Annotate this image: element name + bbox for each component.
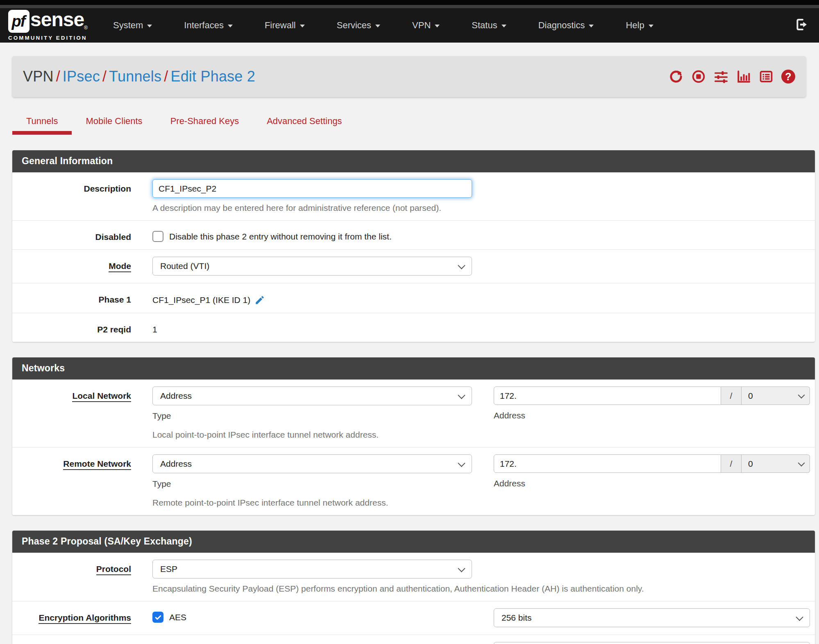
menu-services[interactable]: Services [337, 20, 380, 31]
protocol-help: Encapsulating Security Payload (ESP) per… [152, 584, 809, 594]
breadcrumb-link-ipsec[interactable]: IPsec [63, 68, 100, 85]
row-encryption-aes128gcm: AES128-GCM Auto [12, 635, 815, 644]
disabled-label: Disabled [95, 232, 131, 242]
disabled-checkbox-label: Disable this phase 2 entry without remov… [169, 232, 392, 242]
protocol-select[interactable]: ESP [152, 560, 472, 578]
aes128gcm-keylen-select[interactable]: Auto [494, 642, 810, 644]
row-protocol: Protocol ESP Encapsulating Security Payl… [12, 553, 815, 601]
remote-network-address-sublabel: Address [494, 479, 810, 488]
tab-pre-shared-keys[interactable]: Pre-Shared Keys [157, 116, 253, 135]
chevron-down-icon [458, 391, 465, 399]
panel-title: Networks [12, 357, 815, 380]
pfsense-logo-brand: sense [30, 10, 84, 29]
row-description: Description A description may be entered… [12, 172, 815, 221]
chevron-down-icon [300, 25, 305, 27]
description-help: A description may be entered here for ad… [152, 203, 809, 213]
chevron-down-icon [458, 565, 465, 572]
pfsense-logo[interactable]: pf sense ® COMMUNITY EDITION [8, 10, 88, 41]
breadcrumb-separator: / [100, 68, 109, 85]
remote-network-address-input[interactable] [494, 454, 721, 473]
panel-title: Phase 2 Proposal (SA/Key Exchange) [12, 531, 815, 553]
mode-select[interactable]: Routed (VTI) [152, 257, 472, 276]
log-icon[interactable] [759, 69, 774, 84]
window-top-strip [0, 0, 819, 5]
aes-checkbox-row: AES [152, 608, 472, 623]
remote-network-type-select[interactable]: Address [152, 454, 472, 473]
chevron-down-icon [435, 25, 440, 27]
panel-title: General Information [12, 150, 815, 172]
chevron-down-icon [228, 25, 233, 27]
chevron-down-icon [458, 459, 465, 467]
remote-network-help: Remote point-to-point IPsec interface tu… [152, 498, 810, 508]
description-input[interactable] [152, 179, 472, 198]
sliders-icon[interactable] [714, 69, 728, 84]
pfsense-logo-subtitle: COMMUNITY EDITION [8, 35, 88, 41]
pfsense-logo-tile: pf [8, 10, 29, 33]
chevron-down-icon [458, 262, 465, 269]
aes128gcm-checkbox-row: AES128-GCM [152, 642, 472, 644]
aes-checkbox[interactable] [152, 612, 163, 623]
mode-label: Mode [109, 261, 131, 272]
phase1-value: CF1_IPsec_P1 (IKE ID 1) [152, 295, 250, 305]
menu-firewall[interactable]: Firewall [265, 20, 305, 31]
p2reqid-value: 1 [152, 325, 157, 334]
remote-network-label: Remote Network [63, 459, 131, 470]
local-network-address-input[interactable] [494, 386, 721, 405]
row-mode: Mode Routed (VTI) [12, 250, 815, 283]
panel-networks: Networks Local Network Address Type [12, 357, 815, 515]
disabled-checkbox-row: Disable this phase 2 entry without remov… [152, 228, 809, 242]
chevron-down-icon [649, 25, 653, 27]
row-remote-network: Remote Network Address Type / [12, 447, 815, 515]
p2reqid-label: P2 reqid [97, 325, 131, 334]
chevron-down-icon [796, 613, 803, 621]
local-network-type-sublabel: Type [152, 411, 472, 421]
sign-out-icon[interactable] [795, 18, 808, 31]
breadcrumb-link-tunnels[interactable]: Tunnels [109, 68, 161, 85]
cidr-separator: / [721, 386, 742, 405]
menu-status[interactable]: Status [472, 20, 506, 31]
disabled-checkbox[interactable] [152, 231, 163, 242]
description-label: Description [84, 184, 131, 193]
chevron-down-icon [501, 25, 506, 27]
row-local-network: Local Network Address Type / [12, 380, 815, 447]
menu-vpn[interactable]: VPN [412, 20, 440, 31]
remote-network-type-sublabel: Type [152, 479, 472, 489]
protocol-label: Protocol [96, 564, 131, 575]
main-menu: System Interfaces Firewall Services VPN … [113, 20, 653, 31]
registered-mark: ® [84, 25, 88, 30]
remote-network-prefix-select[interactable]: 0 [742, 454, 810, 473]
pencil-icon[interactable] [254, 295, 265, 305]
encryption-algorithms-label: Encryption Algorithms [39, 613, 131, 624]
menu-interfaces[interactable]: Interfaces [184, 20, 233, 31]
bar-chart-icon[interactable] [736, 69, 751, 84]
tab-mobile-clients[interactable]: Mobile Clients [72, 116, 156, 135]
local-network-prefix-select[interactable]: 0 [742, 386, 810, 405]
subnav-tabs: Tunnels Mobile Clients Pre-Shared Keys A… [12, 116, 807, 135]
page-toolbar: ? [669, 69, 795, 84]
chevron-down-icon [798, 460, 805, 467]
menu-system[interactable]: System [113, 20, 152, 31]
tab-tunnels[interactable]: Tunnels [12, 116, 72, 135]
top-navbar: pf sense ® COMMUNITY EDITION System Inte… [0, 8, 819, 43]
aes-checkbox-label: AES [169, 612, 186, 622]
row-phase1: Phase 1 CF1_IPsec_P1 (IKE ID 1) [12, 283, 815, 313]
row-p2reqid: P2 reqid 1 [12, 313, 815, 342]
panel-phase2-proposal: Phase 2 Proposal (SA/Key Exchange) Proto… [12, 531, 815, 644]
breadcrumb-link-edit-phase-2[interactable]: Edit Phase 2 [170, 68, 255, 85]
refresh-icon[interactable] [669, 69, 683, 84]
local-network-label: Local Network [72, 391, 131, 402]
local-network-type-select[interactable]: Address [152, 386, 472, 405]
breadcrumb-separator: / [54, 68, 63, 85]
stop-icon[interactable] [691, 69, 706, 84]
local-network-help: Local point-to-point IPsec interface tun… [152, 430, 810, 440]
tab-advanced-settings[interactable]: Advanced Settings [253, 116, 356, 135]
menu-diagnostics[interactable]: Diagnostics [538, 20, 594, 31]
aes-keylen-select[interactable]: 256 bits [494, 608, 810, 627]
menu-help[interactable]: Help [626, 20, 653, 31]
row-encryption-aes: Encryption Algorithms AES 256 bits [12, 601, 815, 635]
help-icon[interactable]: ? [781, 70, 795, 84]
breadcrumb-bar: VPN/IPsec/Tunnels/Edit Phase 2 ? [12, 56, 806, 97]
row-disabled: Disabled Disable this phase 2 entry with… [12, 221, 815, 250]
chevron-down-icon [375, 25, 380, 27]
chevron-down-icon [798, 392, 805, 399]
